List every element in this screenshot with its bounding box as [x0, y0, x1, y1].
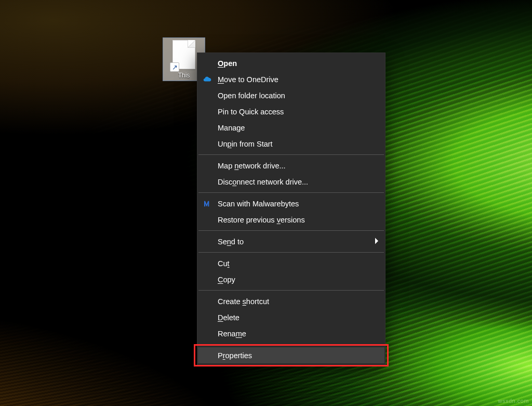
menu-separator — [198, 230, 384, 231]
menu-separator — [198, 192, 384, 193]
menu-item-label: Send to — [218, 238, 244, 246]
menu-item-cut[interactable]: Cut — [198, 255, 384, 271]
menu-item-label: Properties — [218, 351, 252, 360]
malwarebytes-icon — [202, 199, 212, 209]
file-icon: ↗ — [172, 40, 195, 69]
menu-item-label: Open folder location — [218, 91, 285, 100]
menu-item-label: Cut — [218, 259, 230, 268]
shortcut-overlay-icon: ↗ — [170, 62, 179, 72]
menu-item-open[interactable]: Open — [198, 55, 384, 71]
onedrive-icon — [202, 74, 212, 85]
menu-item-rename[interactable]: Rename — [198, 325, 384, 342]
menu-item-open-folder-location[interactable]: Open folder location — [198, 87, 384, 103]
menu-item-label: Manage — [218, 124, 245, 132]
menu-item-label: Restore previous versions — [218, 216, 305, 224]
menu-item-move-to-onedrive[interactable]: Move to OneDrive — [198, 71, 384, 87]
menu-item-map-network-drive[interactable]: Map network drive... — [198, 158, 384, 174]
menu-item-label: Move to OneDrive — [218, 75, 278, 84]
menu-item-send-to[interactable]: Send to — [198, 233, 384, 250]
menu-item-label: Disconnect network drive... — [218, 178, 308, 186]
menu-item-label: Rename — [218, 330, 246, 338]
menu-separator — [198, 154, 384, 155]
context-menu: OpenMove to OneDriveOpen folder location… — [197, 53, 385, 366]
submenu-arrow-icon — [374, 237, 379, 246]
menu-item-label: Pin to Quick access — [218, 108, 284, 116]
menu-item-pin-to-quick-access[interactable]: Pin to Quick access — [198, 103, 384, 120]
watermark: wsxdn.com — [498, 398, 529, 404]
menu-item-label: Create shortcut — [218, 297, 269, 306]
menu-item-copy[interactable]: Copy — [198, 271, 384, 287]
menu-item-disconnect-network-drive[interactable]: Disconnect network drive... — [198, 174, 384, 190]
menu-item-create-shortcut[interactable]: Create shortcut — [198, 293, 384, 309]
menu-separator — [198, 252, 384, 253]
menu-item-label: Delete — [218, 313, 240, 322]
menu-separator — [198, 290, 384, 291]
menu-item-manage[interactable]: Manage — [198, 120, 384, 136]
menu-item-properties[interactable]: Properties — [198, 347, 384, 363]
menu-item-scan-with-malwarebytes[interactable]: Scan with Malwarebytes — [198, 195, 384, 212]
menu-item-restore-previous-versions[interactable]: Restore previous versions — [198, 212, 384, 228]
menu-item-label: Copy — [218, 276, 235, 284]
menu-item-label: Unpin from Start — [218, 140, 273, 148]
menu-item-label: Scan with Malwarebytes — [218, 200, 299, 208]
menu-item-delete[interactable]: Delete — [198, 309, 384, 325]
menu-item-label: Map network drive... — [218, 162, 286, 170]
menu-item-unpin-from-start[interactable]: Unpin from Start — [198, 136, 384, 152]
menu-separator — [198, 344, 384, 345]
menu-item-label: Open — [218, 59, 237, 68]
desktop-icon-label: This — [178, 72, 190, 79]
